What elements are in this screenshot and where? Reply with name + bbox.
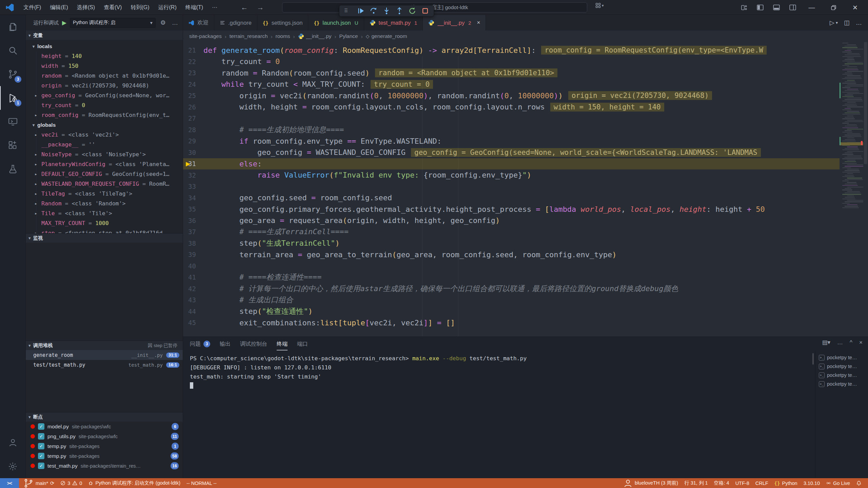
breadcrumb-item[interactable]: __init__.py — [298, 33, 332, 39]
breadcrumb[interactable]: site-packages›terrain_research›rooms›__i… — [183, 30, 868, 42]
line-number[interactable]: 34 — [183, 194, 203, 202]
terminal-output[interactable]: PS C:\computer_science\godot-ldtk\site-p… — [183, 350, 815, 478]
breakpoint-row[interactable]: ✓test_math.pysite-packages\terrain_res…1… — [26, 461, 183, 471]
statusbar-problems[interactable]: 30 — [57, 478, 85, 488]
variable-row[interactable]: width = 150 — [26, 61, 183, 71]
run-python-file-icon[interactable]: ▷ — [830, 19, 834, 26]
statusbar-encoding[interactable]: UTF-8 — [732, 478, 752, 488]
terminal-instance[interactable]: >_pocketpy te… — [815, 371, 868, 380]
code-line-37[interactable]: 37 # ====生成TerrainCell==== — [183, 226, 840, 238]
variable-row[interactable]: try_count = 0 — [26, 100, 183, 110]
debug-restart-icon[interactable] — [407, 6, 418, 16]
profile-grid-icon[interactable]: ▾ — [595, 3, 604, 8]
variable-row[interactable]: random = <Random object at 0x1bf9d01e… — [26, 71, 183, 81]
variable-row[interactable]: ▸NoiseType = <class 'NoiseType'> — [26, 149, 183, 159]
nav-forward-icon[interactable]: → — [257, 3, 264, 12]
expand-chevron-icon[interactable]: ▸ — [35, 201, 37, 206]
variable-row[interactable]: MAX_TRY_COUNT = 1000 — [26, 218, 183, 228]
panel-layout-icon[interactable]: ▤▾ — [822, 339, 830, 346]
line-number[interactable]: 43 — [183, 296, 203, 304]
code-line-33[interactable]: 33 — [183, 181, 840, 192]
variables-scope-locals[interactable]: ▾locals — [26, 41, 183, 51]
variable-row[interactable]: ▸room_config = RoomRequestConfig(env_t… — [26, 110, 183, 120]
debug-stop-icon[interactable] — [419, 6, 431, 16]
code-line-40[interactable]: 40 — [183, 260, 840, 272]
code-line-26[interactable]: 26 width, height = room_config.layout.n_… — [183, 101, 840, 113]
expand-chevron-icon[interactable]: ▸ — [35, 132, 37, 137]
tab-欢迎[interactable]: 欢迎 — [183, 15, 214, 30]
line-number[interactable]: 35 — [183, 205, 203, 213]
terminal-scrollbar[interactable] — [812, 353, 814, 365]
expand-chevron-icon[interactable]: ▸ — [35, 191, 37, 196]
statusbar-vim-mode[interactable]: -- NORMAL -- — [183, 478, 220, 488]
code-line-31[interactable]: ▶31 else: — [183, 158, 840, 170]
breadcrumb-item[interactable]: Pylance — [339, 33, 358, 39]
menu-item[interactable]: 运行(R) — [154, 2, 181, 13]
terminal-instance[interactable]: >_pocketpy te… — [815, 380, 868, 388]
callstack-section-header[interactable]: ▾ 调用堆栈 因 step 已暂停 — [26, 341, 183, 350]
code-line-23[interactable]: 23 random = Random(room_config.seed)rand… — [183, 67, 840, 79]
line-number[interactable]: 44 — [183, 308, 203, 315]
breakpoint-checkbox[interactable]: ✓ — [38, 443, 44, 449]
code-line-27[interactable]: 27 — [183, 113, 840, 124]
code-line-45[interactable]: 45 exit_combinations:list[tuple[vec2i, v… — [183, 317, 840, 329]
variable-row[interactable]: ▸stop = <function stop at 0x1bf8d716d… — [26, 228, 183, 233]
statusbar-go-live[interactable]: Go Live — [823, 478, 853, 488]
line-number[interactable]: 37 — [183, 228, 203, 236]
variable-row[interactable]: origin = vec2i(7205730, 9024468) — [26, 81, 183, 90]
line-number[interactable]: 27 — [183, 115, 203, 122]
statusbar-debug-session[interactable]: Python 调试程序: 启动文件 (godot-ldtk) — [85, 478, 183, 488]
variable-row[interactable]: ▸Tile = <class 'Tile'> — [26, 208, 183, 218]
debug-drag-grip-icon[interactable]: ⠿ — [342, 6, 354, 16]
customize-layout-icon[interactable] — [737, 2, 751, 13]
expand-chevron-icon[interactable]: ▸ — [35, 230, 37, 233]
callstack-frame[interactable]: generate_room__init__.py31:1 — [26, 350, 183, 360]
line-number[interactable]: 29 — [183, 137, 203, 145]
terminal-instance[interactable]: >_pocketpy te… — [815, 353, 868, 362]
line-number[interactable]: 40 — [183, 262, 203, 270]
split-editor-icon[interactable]: ◫ — [844, 19, 850, 26]
expand-chevron-icon[interactable]: ▸ — [35, 93, 37, 98]
statusbar-cursor-position[interactable]: 行 31, 列 1 — [681, 478, 711, 488]
line-number[interactable]: 39 — [183, 251, 203, 258]
breadcrumb-item[interactable]: rooms — [276, 33, 290, 39]
line-number[interactable]: 41 — [183, 273, 203, 281]
line-number[interactable]: 21 — [183, 46, 203, 54]
breakpoint-checkbox[interactable]: ✓ — [38, 423, 44, 430]
line-number[interactable]: 28 — [183, 126, 203, 134]
variable-row[interactable]: height = 140 — [26, 51, 183, 61]
activity-remote-explorer-icon[interactable] — [0, 110, 25, 134]
tab-test_math.py[interactable]: test_math.py1 — [364, 15, 423, 30]
activity-extensions-icon[interactable] — [0, 134, 25, 157]
command-center-search[interactable]: [扩展开发宿主] godot-ldtk — [282, 2, 587, 13]
nav-back-icon[interactable]: ← — [241, 3, 248, 12]
line-number[interactable]: 42 — [183, 285, 203, 292]
debug-continue-icon[interactable] — [355, 6, 367, 16]
tab-launch.json[interactable]: {}launch.jsonU — [308, 15, 364, 30]
window-minimize-button[interactable]: — — [802, 0, 821, 15]
statusbar-git-branch[interactable]: main*⟳ — [20, 478, 57, 488]
debug-step-over-icon[interactable] — [368, 6, 379, 16]
line-number[interactable]: 36 — [183, 217, 203, 224]
code-line-35[interactable]: 35 geo_config.primary_forces.geothermal_… — [183, 204, 840, 215]
code-line-44[interactable]: 44 step("检查连通性") — [183, 306, 840, 317]
panel-more-icon[interactable]: … — [837, 339, 843, 346]
debug-step-out-icon[interactable] — [394, 6, 405, 16]
toggle-panel-icon[interactable] — [770, 2, 783, 13]
tab-settings.json[interactable]: {}settings.json — [257, 15, 309, 30]
code-line-34[interactable]: 34 geo_config.seed = room_config.seed — [183, 192, 840, 204]
panel-tab-端口[interactable]: 端口 — [297, 337, 308, 350]
statusbar-notifications[interactable] — [853, 478, 865, 488]
run-dropdown-icon[interactable]: ▾ — [836, 20, 838, 25]
breadcrumb-item[interactable]: site-packages — [189, 33, 222, 39]
breakpoint-checkbox[interactable]: ✓ — [38, 433, 44, 440]
code-line-21[interactable]: 21def generate_room(room_config: RoomReq… — [183, 45, 840, 56]
statusbar-python-version[interactable]: 3.10.10 — [801, 478, 823, 488]
code-line-42[interactable]: 42 # 计算每一个出口的中心，然后使用astar生成路径，确保每一个出口组合都… — [183, 283, 840, 294]
window-close-button[interactable]: ✕ — [846, 0, 865, 15]
panel-tab-调试控制台[interactable]: 调试控制台 — [240, 337, 267, 350]
window-restore-button[interactable] — [824, 0, 843, 15]
launch-settings-gear-icon[interactable]: ⚙ — [159, 19, 167, 26]
breakpoint-row[interactable]: ✓temp.pysite-packages58 — [26, 451, 183, 461]
statusbar-indentation[interactable]: 空格: 4 — [711, 478, 732, 488]
